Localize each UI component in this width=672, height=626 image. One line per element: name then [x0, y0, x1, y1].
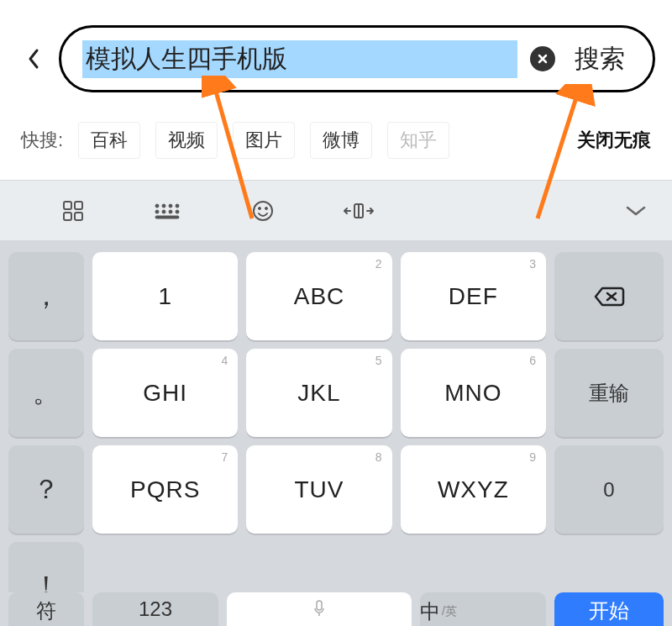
clear-input-button[interactable] — [530, 46, 555, 71]
key-comma[interactable]: ， — [8, 252, 84, 340]
quick-search-row: 快搜: 百科 视频 图片 微博 知乎 关闭无痕 — [0, 109, 672, 180]
svg-rect-18 — [317, 601, 322, 610]
svg-rect-0 — [64, 202, 71, 209]
quick-search-label: 快搜: — [21, 128, 63, 153]
close-incognito-button[interactable]: 关闭无痕 — [577, 128, 651, 153]
quick-item-encyclopedia[interactable]: 百科 — [78, 122, 140, 159]
cursor-move-icon[interactable] — [311, 201, 406, 221]
svg-point-13 — [254, 202, 272, 220]
collapse-keyboard-icon[interactable] — [596, 205, 647, 217]
key-question[interactable]: ？ — [8, 445, 84, 534]
keyboard-toolbar — [0, 180, 672, 240]
svg-point-6 — [169, 204, 172, 208]
keyboard: ， 1 2ABC 3DEF 。 4GHI 5JKL 6MNO 重输 ？ 7PQR… — [0, 240, 672, 614]
key-6-mno[interactable]: 6MNO — [401, 349, 546, 437]
emoji-icon[interactable] — [216, 199, 311, 223]
svg-point-11 — [176, 210, 179, 213]
key-space-voice[interactable] — [227, 592, 412, 626]
backspace-icon — [592, 285, 626, 308]
svg-rect-1 — [75, 202, 82, 209]
quick-item-video[interactable]: 视频 — [155, 122, 218, 159]
quick-item-weibo[interactable]: 微博 — [310, 122, 372, 159]
close-icon — [537, 53, 549, 65]
key-123[interactable]: 123 — [92, 592, 218, 626]
key-backspace[interactable] — [554, 252, 664, 340]
svg-rect-12 — [155, 216, 179, 218]
keyboard-layout-icon[interactable] — [120, 203, 215, 219]
key-5-jkl[interactable]: 5JKL — [246, 349, 391, 437]
key-7-pqrs[interactable]: 7PQRS — [92, 445, 238, 534]
key-symbol[interactable]: 符 — [8, 592, 84, 626]
key-language[interactable]: 中/英 — [420, 592, 546, 626]
search-input[interactable]: 模拟人生四手机版 — [82, 40, 517, 78]
search-bar: 模拟人生四手机版 搜索 — [59, 25, 655, 92]
svg-point-8 — [155, 210, 159, 213]
key-3-def[interactable]: 3DEF — [401, 252, 546, 340]
svg-point-7 — [176, 204, 179, 208]
key-start[interactable]: 开始 — [554, 592, 664, 626]
mic-icon — [312, 599, 326, 618]
quick-item-image[interactable]: 图片 — [233, 122, 295, 159]
key-period[interactable]: 。 — [8, 349, 84, 437]
svg-point-5 — [162, 204, 165, 208]
svg-rect-3 — [75, 213, 82, 220]
svg-point-14 — [259, 207, 261, 209]
key-2-abc[interactable]: 2ABC — [246, 252, 391, 340]
svg-point-4 — [155, 204, 159, 208]
key-zero[interactable]: 0 — [554, 445, 664, 534]
svg-point-15 — [265, 207, 268, 209]
back-button[interactable] — [17, 42, 50, 76]
key-4-ghi[interactable]: 4GHI — [92, 349, 238, 437]
key-retype[interactable]: 重输 — [554, 349, 664, 437]
key-1[interactable]: 1 — [92, 252, 238, 340]
quick-item-zhihu[interactable]: 知乎 — [387, 122, 449, 159]
svg-rect-2 — [64, 213, 71, 220]
search-button[interactable]: 搜索 — [568, 42, 632, 76]
apps-icon[interactable] — [25, 199, 120, 223]
svg-point-10 — [169, 210, 172, 213]
svg-point-9 — [162, 210, 165, 213]
key-9-wxyz[interactable]: 9WXYZ — [401, 445, 546, 534]
key-8-tuv[interactable]: 8TUV — [246, 445, 391, 534]
